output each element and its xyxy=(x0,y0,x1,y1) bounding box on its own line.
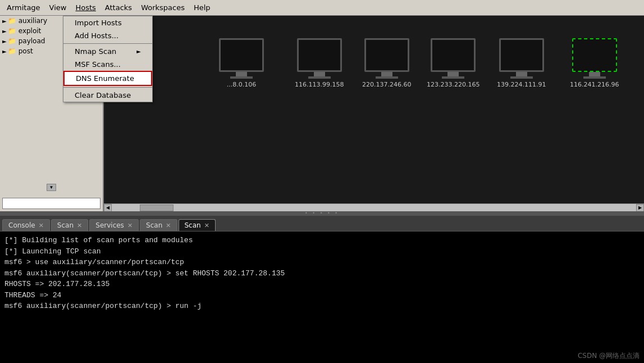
terminal-line-0: [*] Building list of scan ports and modu… xyxy=(4,235,640,246)
sidebar-item-auxiliary-label: auxiliary xyxy=(19,17,47,25)
submenu-arrow-icon: ► xyxy=(136,48,141,55)
menu-help[interactable]: Help xyxy=(189,2,215,13)
terminal-line-6: msf6 auxiliary(scanner/portscan/tcp) > r… xyxy=(4,301,640,312)
tab-scan2-close-icon[interactable]: ✕ xyxy=(166,222,171,229)
menu-msf-scans[interactable]: MSF Scans... xyxy=(63,58,152,71)
tab-services-close-icon[interactable]: ✕ xyxy=(127,222,133,229)
menubar: Armitage View Hosts Attacks Workspaces H… xyxy=(0,0,644,16)
host-label-4: 139.224.111.91 xyxy=(497,81,546,88)
tab-console-close-icon[interactable]: ✕ xyxy=(39,222,44,229)
terminal-line-1: [*] Launching TCP scan xyxy=(4,246,640,257)
tab-scan1-close-icon[interactable]: ✕ xyxy=(77,222,82,229)
hosts-dropdown-menu: Import Hosts Add Hosts... Nmap Scan ► MS… xyxy=(63,16,153,102)
folder-icon-exploit: 📁 xyxy=(8,27,16,35)
scroll-right-button[interactable]: ▶ xyxy=(636,204,644,212)
monitor-screen-4 xyxy=(499,38,544,72)
menu-nmap-scan[interactable]: Nmap Scan ► xyxy=(63,45,152,58)
monitor-base-3 xyxy=(442,76,464,79)
host-item-1[interactable]: 116.113.99.158 xyxy=(295,38,344,88)
monitor-base-0 xyxy=(230,76,253,79)
monitor-stand-4 xyxy=(516,72,527,76)
menu-hosts[interactable]: Hosts xyxy=(71,2,100,13)
monitor-stand-3 xyxy=(447,72,459,76)
sidebar-item-payload-label: payload xyxy=(19,37,45,45)
monitor-stand-2 xyxy=(381,72,392,76)
monitor-screen-0 xyxy=(219,38,264,72)
scrollbar-thumb[interactable] xyxy=(140,205,173,211)
host-label-5: 116.241.216.96 xyxy=(570,81,619,88)
sidebar-search-input[interactable] xyxy=(2,198,101,209)
monitor-screen-2 xyxy=(364,38,409,72)
sidebar-search-area xyxy=(2,198,101,209)
host-item-5[interactable]: 116.241.216.96 xyxy=(570,38,619,88)
terminal-line-2: msf6 > use auxiliary/scanner/portscan/tc… xyxy=(4,257,640,268)
monitor-screen-3 xyxy=(431,38,476,72)
tab-console-label: Console xyxy=(8,221,35,229)
host-label-2: 220.137.246.60 xyxy=(362,81,411,88)
folder-icon-auxiliary: 📁 xyxy=(8,17,16,25)
host-label-3: 123.233.220.165 xyxy=(427,81,479,88)
tab-scan1-label: Scan xyxy=(57,221,74,229)
tab-scan3-close-icon[interactable]: ✕ xyxy=(204,222,209,229)
terminal-line-3: msf6 auxiliary(scanner/portscan/tcp) > s… xyxy=(4,268,640,279)
monitor-stand-0 xyxy=(236,72,247,76)
menu-workspaces[interactable]: Workspaces xyxy=(136,2,189,13)
watermark: CSDN @网络点点滴 xyxy=(578,351,640,361)
monitor-base-4 xyxy=(510,76,533,79)
sidebar-scroll-down-button[interactable]: ▼ xyxy=(47,184,57,191)
monitor-base-1 xyxy=(308,76,331,79)
menu-add-hosts[interactable]: Add Hosts... xyxy=(63,29,152,42)
sidebar-scroll-indicator: ▼ xyxy=(0,183,103,192)
menu-separator-1 xyxy=(63,43,152,44)
tab-services[interactable]: Services ✕ xyxy=(89,219,139,231)
expand-arrow-icon-payload: ► xyxy=(2,38,7,44)
scroll-left-button[interactable]: ◀ xyxy=(104,204,112,212)
monitor-screen-1 xyxy=(297,38,342,72)
menu-view[interactable]: View xyxy=(45,2,71,13)
canvas-scrollbar: ◀ ▶ xyxy=(104,203,644,211)
menu-dns-enumerate[interactable]: DNS Enumerate xyxy=(63,71,152,86)
terminal-output: [*] Building list of scan ports and modu… xyxy=(0,232,644,363)
terminal-line-5: THREADS => 24 xyxy=(4,290,640,301)
expand-arrow-icon-post: ► xyxy=(2,48,7,55)
host-item-0[interactable]: ...8.0.106 xyxy=(219,38,264,88)
expand-arrow-icon-exploit: ► xyxy=(2,28,7,34)
tab-console[interactable]: Console ✕ xyxy=(2,219,50,231)
tab-scan3-label: Scan xyxy=(185,221,201,229)
host-item-3[interactable]: 123.233.220.165 xyxy=(427,38,479,88)
menu-armitage[interactable]: Armitage xyxy=(2,2,45,13)
host-label-1: 116.113.99.158 xyxy=(295,81,344,88)
host-label-0: ...8.0.106 xyxy=(227,81,256,88)
monitor-base-5 xyxy=(583,76,606,79)
folder-icon-post: 📁 xyxy=(8,47,16,55)
menu-attacks[interactable]: Attacks xyxy=(101,2,136,13)
tab-scan3[interactable]: Scan ✕ xyxy=(179,219,216,231)
monitor-stand-1 xyxy=(314,72,325,76)
menu-import-hosts[interactable]: Import Hosts xyxy=(63,16,152,29)
terminal-line-4: RHOSTS => 202.177.28.135 xyxy=(4,279,640,290)
canvas-area: ...8.0.106 116.113.99.158 220.137.246.60… xyxy=(104,16,644,211)
expand-arrow-icon: ► xyxy=(2,18,7,24)
tab-bar: Console ✕ Scan ✕ Services ✕ Scan ✕ Scan … xyxy=(0,216,644,232)
monitor-screen-5 xyxy=(572,38,617,72)
folder-icon-payload: 📁 xyxy=(8,37,16,45)
tab-services-label: Services xyxy=(95,221,124,229)
sidebar-item-exploit-label: exploit xyxy=(19,27,42,35)
tab-scan1[interactable]: Scan ✕ xyxy=(51,219,88,231)
menu-separator-2 xyxy=(63,87,152,88)
sidebar-item-post-label: post xyxy=(19,47,33,55)
nmap-scan-label: Nmap Scan xyxy=(75,47,116,56)
host-item-4[interactable]: 139.224.111.91 xyxy=(497,38,546,88)
menu-clear-database[interactable]: Clear Database xyxy=(63,89,152,102)
tab-scan2[interactable]: Scan ✕ xyxy=(140,219,177,231)
host-item-2[interactable]: 220.137.246.60 xyxy=(362,38,411,88)
tab-scan2-label: Scan xyxy=(146,221,162,229)
monitor-stand-5 xyxy=(589,72,600,76)
bottom-panel: Console ✕ Scan ✕ Services ✕ Scan ✕ Scan … xyxy=(0,215,644,363)
monitor-base-2 xyxy=(376,76,398,79)
